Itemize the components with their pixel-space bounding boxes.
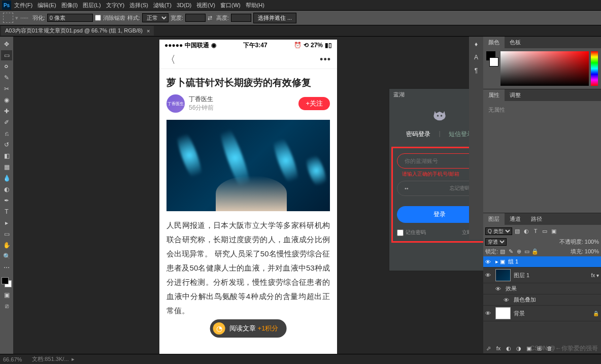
menu-help[interactable]: 帮助(H) — [246, 2, 264, 9]
color-picker-panel[interactable] — [483, 48, 601, 89]
brush-tool[interactable]: ✐ — [1, 117, 12, 127]
stamp-tool[interactable]: ⎌ — [1, 128, 12, 139]
type-tool[interactable]: T — [1, 207, 12, 217]
eraser-tool[interactable]: ◧ — [1, 151, 12, 161]
follow-button[interactable]: +关注 — [298, 97, 330, 110]
color-swatch[interactable] — [2, 277, 12, 287]
zoom-label[interactable]: 66.67% — [3, 356, 22, 362]
layer-row-layer1[interactable]: 👁 图层 1 fx ▾ — [483, 268, 601, 283]
zoom-tool[interactable]: 🔍 — [1, 251, 12, 261]
svg-point-0 — [437, 115, 439, 117]
menu-layer[interactable]: 图层(L) — [83, 2, 101, 9]
link-layers-icon[interactable]: ⬀ — [484, 344, 492, 352]
blur-tool[interactable]: 💧 — [1, 173, 12, 183]
antialias-checkbox[interactable] — [95, 15, 101, 21]
menu-file[interactable]: 文件(F) — [14, 2, 32, 9]
layer-row-effects[interactable]: 👁 效果 — [483, 283, 601, 294]
battery-icon: ▮▯ — [325, 42, 332, 49]
author-avatar[interactable]: 丁香医生 — [166, 94, 185, 113]
history-brush-tool[interactable]: ↺ — [1, 140, 12, 150]
crop-tool[interactable]: ✂ — [1, 84, 12, 94]
reading-reward-pill[interactable]: ◔ 阅读文章 +1积分 — [210, 319, 287, 338]
filter-shape-icon[interactable]: ▭ — [541, 227, 549, 235]
battery-label: 27% — [311, 42, 323, 49]
visibility-icon[interactable]: 👁 — [485, 310, 493, 316]
close-tab-icon[interactable]: × — [147, 28, 150, 34]
more-icon[interactable]: ••• — [320, 54, 331, 65]
tab-layers[interactable]: 图层 — [483, 213, 505, 225]
menu-view[interactable]: 视图(V) — [196, 2, 215, 9]
menu-image[interactable]: 图像(I) — [61, 2, 78, 9]
new-group-icon[interactable]: ▣ — [525, 344, 533, 352]
tab-properties[interactable]: 属性 — [483, 89, 505, 101]
filter-pixel-icon[interactable]: ▧ — [513, 227, 521, 235]
marquee-tool[interactable]: ▭ — [1, 50, 12, 60]
style-label: 样式: — [127, 14, 140, 22]
lock-icon: 🔒 — [593, 311, 599, 316]
menu-3d[interactable]: 3D(D) — [177, 2, 191, 8]
filter-smart-icon[interactable]: ▣ — [550, 227, 558, 235]
filter-type-icon[interactable]: T — [531, 227, 540, 235]
width-input[interactable] — [185, 14, 206, 22]
path-select-tool[interactable]: ▸ — [1, 218, 12, 228]
screenmode-tool[interactable]: ⎚ — [1, 301, 12, 311]
move-tool[interactable]: ✥ — [1, 39, 12, 49]
visibility-icon[interactable]: 👁 — [485, 272, 493, 278]
canvas-area[interactable]: ●●●●● 中国联通 ◉ 下午3:47 ⏰ ⟲ 27% ▮▯ 〈 ••• 萝卜硫… — [13, 37, 483, 354]
menu-select[interactable]: 选择(S) — [129, 2, 148, 9]
new-layer-icon[interactable]: ⊞ — [535, 344, 543, 352]
dodge-tool[interactable]: ◐ — [1, 184, 12, 194]
layer-mask-icon[interactable]: ◐ — [505, 344, 513, 352]
gradient-tool[interactable]: ▦ — [1, 162, 12, 172]
no-properties-label: 无属性 — [483, 101, 601, 213]
current-tool-icon[interactable] — [3, 13, 13, 23]
feather-input[interactable] — [47, 14, 93, 22]
menu-window[interactable]: 窗口(W) — [220, 2, 241, 9]
paragraph-panel-icon[interactable]: ¶ — [471, 65, 482, 76]
tab-color[interactable]: 颜色 — [483, 37, 505, 48]
tab-password-login[interactable]: 密码登录 — [406, 130, 430, 141]
lock-artboard-icon[interactable]: ▭ — [523, 248, 530, 255]
tab-channels[interactable]: 通道 — [505, 213, 526, 225]
hand-tool[interactable]: ✋ — [1, 240, 12, 250]
pen-tool[interactable]: ✒ — [1, 195, 12, 206]
visibility-icon[interactable]: 👁 — [495, 286, 504, 292]
filter-adjust-icon[interactable]: ◐ — [522, 227, 530, 235]
remember-password-checkbox[interactable]: 记住密码 — [397, 229, 426, 236]
visibility-icon[interactable]: 👁 — [485, 259, 493, 265]
refine-edge-button[interactable]: 选择并遮住 ... — [253, 13, 296, 23]
back-icon[interactable]: 〈 — [165, 53, 176, 67]
phone-mockup: ●●●●● 中国联通 ◉ 下午3:47 ⏰ ⟲ 27% ▮▯ 〈 ••• 萝卜硫… — [159, 40, 337, 354]
lock-transparency-icon[interactable]: ▧ — [499, 248, 506, 255]
eyedropper-tool[interactable]: ◉ — [1, 95, 12, 105]
layer-filter-kind[interactable]: Q 类型 — [485, 227, 512, 235]
menu-filter[interactable]: 滤镜(T) — [153, 2, 172, 9]
layer-row-group1[interactable]: 👁 ▸ ▣ 组 1 — [483, 256, 601, 268]
healing-tool[interactable]: ✚ — [1, 106, 12, 116]
shape-tool[interactable]: ▭ — [1, 229, 12, 239]
new-adjustment-icon[interactable]: ◑ — [515, 344, 523, 352]
quick-select-tool[interactable]: ✎ — [1, 73, 12, 83]
height-input[interactable] — [231, 14, 251, 22]
layer-row-background[interactable]: 👁 背景 🔒 — [483, 306, 601, 321]
blend-mode-select[interactable]: 穿透 — [485, 238, 507, 246]
menu-type[interactable]: 文字(Y) — [106, 2, 125, 9]
delete-layer-icon[interactable]: 🗑 — [545, 344, 553, 352]
lasso-tool[interactable]: ⭘ — [1, 61, 12, 72]
tab-swatches[interactable]: 色板 — [505, 37, 526, 48]
history-panel-icon[interactable]: ♦ — [471, 39, 482, 50]
layer-style-icon[interactable]: fx — [494, 344, 503, 352]
tab-adjustments[interactable]: 调整 — [505, 89, 526, 101]
visibility-icon[interactable]: 👁 — [504, 297, 512, 303]
style-select[interactable]: 正常 — [142, 13, 169, 22]
tab-paths[interactable]: 路径 — [526, 213, 547, 225]
quickmask-tool[interactable]: ▣ — [1, 290, 12, 300]
menu-edit[interactable]: 编辑(E) — [38, 2, 56, 9]
lock-position-icon[interactable]: ⊕ — [515, 248, 522, 255]
character-panel-icon[interactable]: A — [471, 52, 482, 63]
lock-all-icon[interactable]: 🔒 — [531, 248, 539, 255]
document-tab[interactable]: A03内容页01常规文章页01.psd @ 66.7% (组 1, RGB/8)… — [1, 26, 154, 36]
edit-toolbar[interactable]: ⋯ — [1, 262, 12, 273]
lock-pixels-icon[interactable]: ✎ — [507, 248, 514, 255]
layer-row-color-overlay[interactable]: 👁 颜色叠加 — [483, 294, 601, 306]
